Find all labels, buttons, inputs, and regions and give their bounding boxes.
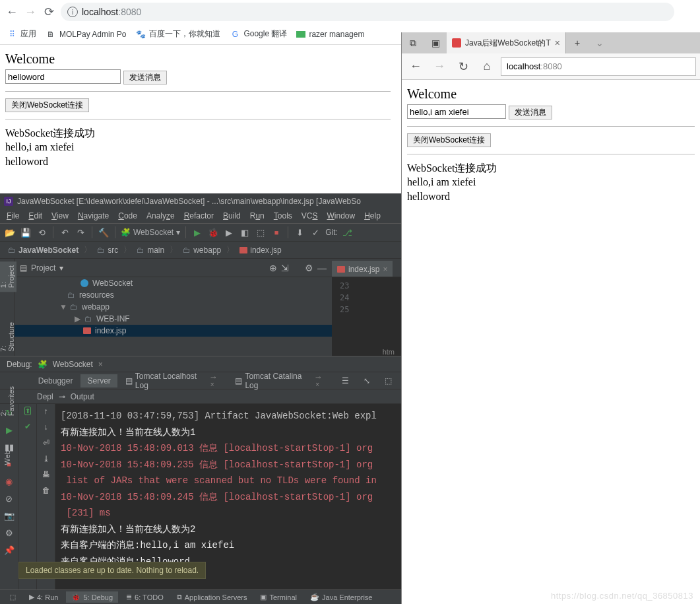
site-info-icon[interactable]: i xyxy=(67,7,78,17)
layout-icon[interactable]: ☰ xyxy=(335,374,356,387)
tab-tomcat-localhost-log[interactable]: ▤Tomcat Localhost Log⊸ × xyxy=(119,370,228,392)
crumb-webapp[interactable]: 🗀webapp xyxy=(179,244,225,256)
sync-icon[interactable]: ⟲ xyxy=(36,226,48,238)
tree-node-resources[interactable]: 🗀resources xyxy=(15,289,332,301)
menu-refactor[interactable]: Refactor xyxy=(180,210,218,222)
down-icon[interactable]: ↓ xyxy=(44,422,48,432)
clear-icon[interactable]: 🗑 xyxy=(42,486,50,495)
menu-file[interactable]: File xyxy=(3,210,23,222)
menu-help[interactable]: Help xyxy=(360,210,385,222)
profile-icon[interactable]: ◧ xyxy=(239,226,251,238)
message-input[interactable] xyxy=(407,104,506,119)
menu-tools[interactable]: Tools xyxy=(270,210,296,222)
attach-icon[interactable]: ⬚ xyxy=(255,226,267,238)
tab-scroll-icon[interactable]: ⌄ xyxy=(589,32,611,53)
bottom-run[interactable]: ▶ 4: Run xyxy=(24,591,63,603)
hide-icon[interactable]: — xyxy=(317,263,327,273)
tree-node-indexjsp[interactable]: index.jsp xyxy=(15,325,332,337)
crumb-file[interactable]: index.jsp xyxy=(236,244,285,256)
address-bar[interactable]: i localhost:8080 xyxy=(61,3,674,21)
message-input[interactable] xyxy=(5,69,121,84)
menu-build[interactable]: Build xyxy=(219,210,245,222)
up-icon[interactable]: ↑ xyxy=(44,407,48,416)
apps-button[interactable]: ⠿应用 xyxy=(7,28,36,40)
wrap-icon[interactable]: ⏎ xyxy=(43,438,49,448)
menu-analyze[interactable]: Analyze xyxy=(143,210,179,222)
tree-node-websocket[interactable]: WebSocket xyxy=(15,277,332,289)
gear-icon[interactable]: ⚙ xyxy=(305,263,313,273)
run-icon[interactable]: ▶ xyxy=(191,226,203,238)
debug-icon[interactable]: 🐞 xyxy=(207,226,219,238)
settings-icon[interactable]: ⬚ xyxy=(378,374,398,387)
tab-aside-icon[interactable]: ⧉ xyxy=(402,32,424,53)
sidetab-web[interactable]: Web xyxy=(2,446,13,469)
close-icon[interactable]: × xyxy=(555,38,560,48)
print-icon[interactable]: 🖶 xyxy=(42,470,50,479)
reload-icon[interactable]: ⟳ xyxy=(42,5,55,18)
run-config-selector[interactable]: 🧩WebSocket ▾ xyxy=(121,228,180,237)
dropdown-icon[interactable]: ▾ xyxy=(59,263,63,273)
menu-vcs[interactable]: VCS xyxy=(298,210,322,222)
tab-debugger[interactable]: Debugger xyxy=(32,374,80,387)
home-icon[interactable]: ⌂ xyxy=(477,57,497,77)
send-button[interactable]: 发送消息 xyxy=(123,71,167,84)
crumb-root[interactable]: 🗀JavaWebSocket xyxy=(4,244,82,256)
scroll-icon[interactable]: ⤓ xyxy=(43,454,49,463)
restore-icon[interactable]: ⤡ xyxy=(357,374,377,387)
menu-window[interactable]: Window xyxy=(323,210,359,222)
collapse-icon[interactable]: ⇲ xyxy=(281,263,289,273)
back-icon[interactable]: ← xyxy=(406,57,426,77)
edge-tab[interactable]: Java后端WebSocket的T × xyxy=(447,32,566,53)
target-icon[interactable]: ⊕ xyxy=(269,263,277,273)
refresh-icon[interactable]: ↻ xyxy=(453,57,473,77)
check-icon[interactable]: ✔ xyxy=(24,422,31,431)
bookmark-razer[interactable]: razer managem xyxy=(296,30,364,39)
menu-view[interactable]: View xyxy=(48,210,73,222)
back-icon[interactable]: ← xyxy=(5,5,18,18)
sidetab-structure[interactable]: 7: Structure xyxy=(0,318,16,356)
close-ws-button[interactable]: 关闭WebSocket连接 xyxy=(407,133,491,147)
save-icon[interactable]: 💾 xyxy=(20,226,32,238)
undo-icon[interactable]: ↶ xyxy=(59,226,71,238)
mute-breakpoints-icon[interactable]: ⊘ xyxy=(3,492,15,504)
bottom-debug[interactable]: 🐞 5: Debug xyxy=(66,591,118,603)
settings-icon[interactable]: ⚙ xyxy=(3,527,15,539)
coverage-icon[interactable]: ▶ xyxy=(223,226,235,238)
bookmark-gtranslate[interactable]: GGoogle 翻译 xyxy=(230,28,287,40)
tab-tomcat-catalina-log[interactable]: ▤Tomcat Catalina Log⊸ × xyxy=(228,370,333,392)
sidetab-project[interactable]: 1: Project xyxy=(0,261,16,292)
tree-node-webapp[interactable]: ▼🗀webapp xyxy=(15,301,332,313)
send-button[interactable]: 发送消息 xyxy=(509,106,552,119)
forward-icon[interactable]: → xyxy=(430,57,449,77)
close-ws-button[interactable]: 关闭WebSocket连接 xyxy=(5,98,89,112)
close-icon[interactable]: × xyxy=(98,360,103,369)
close-icon[interactable]: × xyxy=(383,265,387,274)
menu-navigate[interactable]: Navigate xyxy=(74,210,113,222)
crumb-main[interactable]: 🗀main xyxy=(133,244,168,256)
tab-preview-icon[interactable]: ▣ xyxy=(424,32,447,53)
crumb-src[interactable]: 🗀src xyxy=(93,244,122,256)
tab-server[interactable]: Server xyxy=(80,374,117,387)
git-branch-icon[interactable]: ⎇ xyxy=(342,226,354,238)
new-tab-icon[interactable]: + xyxy=(566,32,589,53)
menu-code[interactable]: Code xyxy=(114,210,141,222)
deployment-label[interactable]: Depl xyxy=(37,392,53,401)
hammer-icon[interactable]: 🔨 xyxy=(98,226,110,238)
redo-icon[interactable]: ↷ xyxy=(75,226,86,238)
pin-icon[interactable]: 📌 xyxy=(3,544,15,556)
stop-icon[interactable]: ■ xyxy=(270,226,282,238)
bottom-appservers[interactable]: ⧉ Application Servers xyxy=(172,591,253,603)
toolwin-toggle[interactable]: ⬚ xyxy=(4,591,21,603)
view-breakpoints-icon[interactable]: ◉ xyxy=(3,475,15,487)
bookmark-baidu[interactable]: 🐾百度一下，你就知道 xyxy=(135,28,220,40)
bottom-terminal[interactable]: ▣ Terminal xyxy=(255,591,302,603)
menu-run[interactable]: Run xyxy=(246,210,269,222)
edge-address-bar[interactable]: localhost:8080 xyxy=(501,57,696,76)
forward-icon[interactable]: → xyxy=(24,5,37,18)
project-label[interactable]: Project xyxy=(31,263,55,273)
resume-icon[interactable]: ▶ xyxy=(3,424,15,436)
vcs-update-icon[interactable]: ⬇ xyxy=(294,226,305,238)
open-icon[interactable]: 📂 xyxy=(4,226,16,238)
tree-node-webinf[interactable]: ▶🗀WEB-INF xyxy=(15,313,332,325)
bottom-todo[interactable]: ≣ 6: TODO xyxy=(121,591,169,603)
